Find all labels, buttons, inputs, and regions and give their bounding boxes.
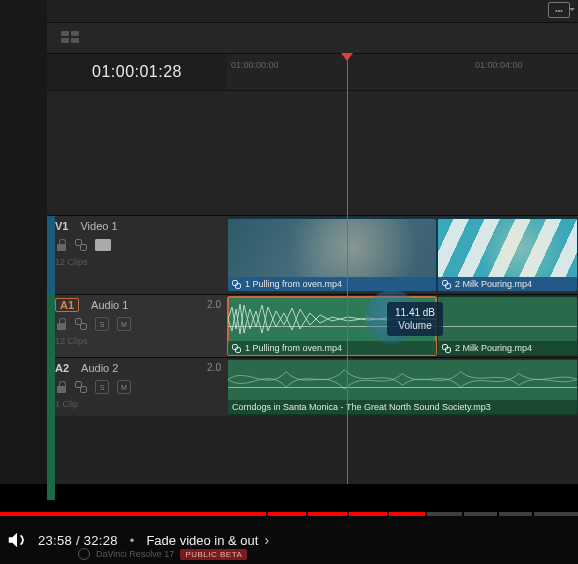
lock-icon[interactable] — [55, 381, 67, 393]
view-options-button[interactable]: ••• — [548, 2, 570, 18]
track-gain: 2.0 — [207, 362, 221, 373]
clip-label: 2 Milk Pouring.mp4 — [438, 277, 577, 291]
clip-label: 2 Milk Pouring.mp4 — [438, 341, 577, 355]
timecode-row: 01:00:01:28 01:00:00:00 01:00:04:00 — [47, 54, 578, 91]
solo-button[interactable]: S — [95, 317, 109, 331]
tooltip-value: 11.41 dB — [395, 307, 435, 318]
left-gutter — [0, 0, 47, 484]
editor-toolbar — [47, 23, 578, 54]
track-audio-1: 2.0 A1 Audio 1 S M 12 Clips — [47, 294, 578, 357]
ruler-tick: 01:00:00:00 — [231, 60, 279, 70]
track-indent-strip — [47, 216, 55, 500]
timecode-value: 01:00:01:28 — [92, 63, 182, 81]
youtube-time: 23:58 / 32:28 — [38, 533, 118, 548]
clip-link-icon — [442, 344, 451, 353]
video-clip[interactable]: 1 Pulling from oven.mp4 — [227, 218, 437, 292]
link-icon[interactable] — [75, 318, 87, 330]
resolve-logo-icon — [78, 548, 90, 560]
waveform-icon — [228, 362, 577, 397]
track-header-a2[interactable]: 2.0 A2 Audio 2 S M 1 Clip — [47, 358, 227, 416]
track-label: V1 — [55, 220, 68, 232]
track-header-a1[interactable]: 2.0 A1 Audio 1 S M 12 Clips — [47, 295, 227, 357]
view-options-dropdown-icon — [569, 8, 575, 11]
tooltip-label: Volume — [398, 320, 431, 331]
track-name: Audio 2 — [81, 362, 118, 374]
lock-icon[interactable] — [55, 239, 67, 251]
youtube-progress-bar[interactable] — [0, 480, 578, 516]
chapter-title[interactable]: Fade video in & out — [146, 533, 258, 548]
ruler-tick: 01:00:04:00 — [475, 60, 523, 70]
track-label: A1 — [55, 298, 79, 312]
track-video-1: V1 Video 1 12 Clips 1 Pulling from oven.… — [47, 215, 578, 294]
clip-label: 1 Pulling from oven.mp4 — [228, 341, 436, 355]
beta-badge: PUBLIC BETA — [180, 549, 247, 560]
solo-button[interactable]: S — [95, 380, 109, 394]
clip-thumbnail — [438, 219, 577, 277]
clip-label: Corndogs in Santa Monica - The Great Nor… — [228, 400, 577, 414]
audio-clip[interactable]: Corndogs in Santa Monica - The Great Nor… — [227, 359, 578, 415]
clip-count: 12 Clips — [47, 254, 227, 270]
clip-label: 1 Pulling from oven.mp4 — [228, 277, 436, 291]
track-lane-v1[interactable]: 1 Pulling from oven.mp4 2 Milk Pouring.m… — [227, 216, 578, 294]
mute-button[interactable]: M — [117, 380, 131, 394]
timecode-display[interactable]: 01:00:01:28 — [47, 54, 227, 90]
clip-count: 12 Clips — [47, 333, 227, 349]
volume-line[interactable] — [438, 326, 577, 327]
empty-tracks-area — [47, 91, 578, 215]
track-lane-a2[interactable]: Corndogs in Santa Monica - The Great Nor… — [227, 358, 578, 416]
track-gain: 2.0 — [207, 299, 221, 310]
track-header-v1[interactable]: V1 Video 1 12 Clips — [47, 216, 227, 294]
youtube-controls: 23:58 / 32:28 • Fade video in & out › Da… — [0, 516, 578, 564]
clip-link-icon — [232, 280, 241, 289]
chevron-right-icon[interactable]: › — [264, 532, 269, 548]
clip-link-icon — [442, 280, 451, 289]
lock-icon[interactable] — [55, 318, 67, 330]
track-audio-2: 2.0 A2 Audio 2 S M 1 Clip — [47, 357, 578, 416]
audio-clip[interactable]: 2 Milk Pouring.mp4 — [437, 296, 578, 356]
volume-line[interactable] — [228, 387, 577, 388]
link-icon[interactable] — [75, 239, 87, 251]
separator-dot: • — [130, 533, 135, 548]
app-subline: DaVinci Resolve 17 PUBLIC BETA — [78, 548, 247, 560]
volume-tooltip: 11.41 dB Volume — [387, 302, 443, 336]
editor-topbar: ••• — [47, 0, 578, 23]
playhead-marker-icon[interactable] — [341, 53, 353, 61]
thumbnail-grid-icon[interactable] — [61, 31, 79, 43]
clip-count: 1 Clip — [47, 396, 227, 412]
timeline-editor: ••• 01:00:01:28 01:00:00:00 01:00:04:00 … — [47, 0, 578, 484]
track-name: Audio 1 — [91, 299, 128, 311]
volume-icon[interactable] — [6, 529, 28, 551]
clip-thumbnail — [228, 219, 436, 277]
mute-button[interactable]: M — [117, 317, 131, 331]
video-clip[interactable]: 2 Milk Pouring.mp4 — [437, 218, 578, 292]
link-icon[interactable] — [75, 381, 87, 393]
track-label: A2 — [55, 362, 69, 374]
track-name: Video 1 — [80, 220, 117, 232]
clip-link-icon — [232, 344, 241, 353]
monitor-icon[interactable] — [95, 239, 111, 251]
timeline-ruler[interactable]: 01:00:00:00 01:00:04:00 — [227, 54, 578, 90]
